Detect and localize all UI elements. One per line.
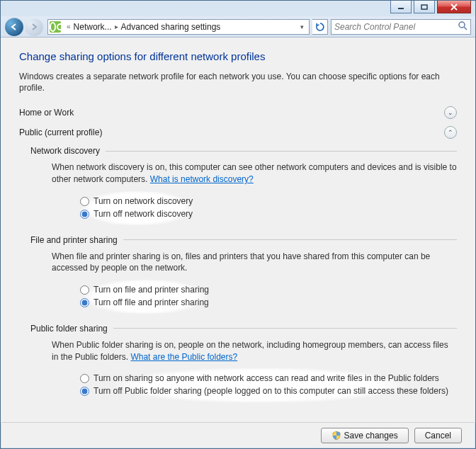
control-panel-window: « Network... ▸ Advanced sharing settings…: [0, 0, 476, 449]
svg-rect-1: [421, 5, 427, 9]
radio-discovery-off[interactable]: Turn off network discovery: [80, 208, 193, 220]
svg-point-3: [459, 22, 465, 28]
page-title: Change sharing options for different net…: [19, 50, 457, 62]
radio-discovery-on[interactable]: Turn on network discovery: [80, 195, 193, 208]
section-desc: When file and printer sharing is on, fil…: [52, 251, 457, 275]
radio-pfs-off[interactable]: Turn off Public folder sharing (people l…: [80, 385, 450, 397]
chevron-right-icon: ▸: [112, 23, 121, 30]
titlebar: [1, 1, 475, 16]
profile-public-header[interactable]: Public (current profile) ⌃: [19, 126, 457, 139]
breadcrumb[interactable]: « Network... ▸ Advanced sharing settings…: [47, 19, 310, 35]
breadcrumb-seg-1[interactable]: Network...: [74, 22, 112, 32]
search-placeholder: Search Control Panel: [334, 22, 415, 32]
svg-point-2: [57, 24, 61, 30]
page-intro: Windows creates a separate network profi…: [19, 71, 457, 93]
maximize-button[interactable]: [414, 1, 435, 13]
help-link-public-folders[interactable]: What are the Public folders?: [130, 352, 237, 362]
section-desc: When Public folder sharing is on, people…: [52, 340, 448, 362]
content-pane: Change sharing options for different net…: [1, 38, 475, 423]
highlight-oval: Turn on file and printer sharing Turn of…: [62, 280, 229, 314]
search-icon: [458, 21, 468, 33]
profile-home-label: Home or Work: [19, 108, 74, 118]
svg-line-4: [464, 27, 467, 30]
chevron-down-icon[interactable]: ⌄: [444, 106, 457, 119]
section-network-discovery-header: Network discovery: [30, 146, 457, 156]
nav-bar: « Network... ▸ Advanced sharing settings…: [1, 16, 475, 38]
radio-pfs-on[interactable]: Turn on sharing so anyone with network a…: [80, 373, 450, 385]
search-input[interactable]: Search Control Panel: [331, 19, 471, 35]
save-changes-button[interactable]: Save changes: [321, 428, 409, 443]
cancel-button[interactable]: Cancel: [414, 428, 462, 443]
section-fps-body: When file and printer sharing is on, fil…: [52, 251, 457, 314]
section-pfs-header: Public folder sharing: [30, 324, 457, 334]
section-network-discovery-body: When network discovery is on, this compu…: [52, 161, 457, 224]
breadcrumb-separator: «: [64, 23, 74, 30]
minimize-button[interactable]: [390, 1, 412, 13]
network-icon: [50, 21, 61, 33]
close-button[interactable]: [437, 1, 471, 13]
radio-fps-on[interactable]: Turn on file and printer sharing: [80, 284, 209, 296]
section-desc: When network discovery is on, this compu…: [52, 162, 457, 184]
section-title: File and printer sharing: [30, 235, 118, 245]
chevron-down-icon[interactable]: ▾: [296, 23, 307, 30]
profile-public-label: Public (current profile): [19, 127, 102, 137]
highlight-oval: Turn on network discovery Turn off netwo…: [62, 191, 212, 225]
save-label: Save changes: [344, 431, 398, 441]
breadcrumb-seg-2[interactable]: Advanced sharing settings: [121, 22, 221, 32]
chevron-up-icon[interactable]: ⌃: [444, 126, 457, 139]
section-fps-header: File and printer sharing: [30, 235, 457, 245]
nav-back-button[interactable]: [5, 18, 23, 36]
radio-fps-off[interactable]: Turn off file and printer sharing: [80, 297, 209, 309]
section-title: Public folder sharing: [30, 324, 108, 334]
footer-bar: Save changes Cancel: [1, 422, 475, 448]
nav-forward-button[interactable]: [25, 18, 43, 36]
section-pfs-body: When Public folder sharing is on, people…: [52, 339, 457, 402]
profile-home-header[interactable]: Home or Work ⌄: [19, 106, 457, 119]
refresh-button[interactable]: [312, 19, 328, 35]
help-link-network-discovery[interactable]: What is network discovery?: [150, 174, 254, 184]
section-title: Network discovery: [30, 146, 100, 156]
highlight-oval: Turn on sharing so anyone with network a…: [62, 368, 457, 402]
shield-icon: [332, 431, 341, 441]
cancel-label: Cancel: [425, 431, 451, 441]
